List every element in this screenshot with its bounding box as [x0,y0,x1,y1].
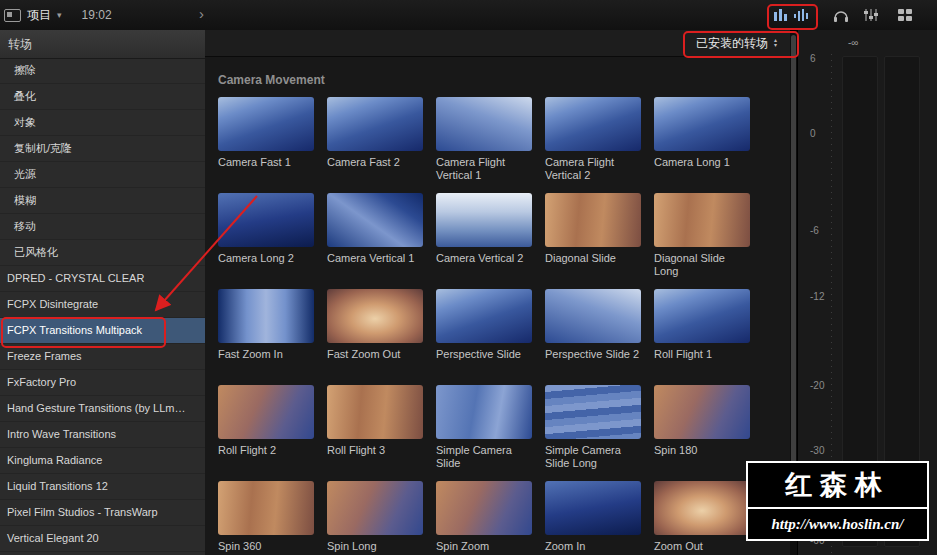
transition-label: Diagonal Slide Long [654,252,750,278]
transition-thumb-diagonal-slide-long[interactable] [654,193,750,247]
transitions-sidebar: 转场 擦除叠化对象复制机/克隆光源模糊移动已风格化DPRED - CRYSTAL… [0,30,206,555]
waveform-icon[interactable] [791,7,811,23]
transition-thumb-spin-360[interactable] [218,481,314,535]
sidebar-item-item-5[interactable]: 模糊 [0,188,205,214]
transition-thumb-camera-fast-1[interactable] [218,97,314,151]
transition-label: Camera Long 1 [654,156,750,169]
sidebar-item-fcpx-disintegrate[interactable]: FCPX Disintegrate [0,292,205,318]
sidebar-item-item-1[interactable]: 叠化 [0,84,205,110]
watermark: 红森林 http://www.hoslin.cn/ [746,461,929,541]
sidebar-item-dpred-crystal-clear[interactable]: DPRED - CRYSTAL CLEAR [0,266,205,292]
browser-header: 已安装的转场 ▴▾ [205,30,790,57]
transition-card: Fast Zoom In [218,289,314,385]
sidebar-item-item-6[interactable]: 移动 [0,214,205,240]
transition-thumb-diagonal-slide[interactable] [545,193,641,247]
transition-card: Spin 360 [218,481,314,555]
transition-card: Zoom In [545,481,641,555]
transition-card: Perspective Slide [436,289,532,385]
transition-thumb-fast-zoom-out[interactable] [327,289,423,343]
sidebar-item-item-2[interactable]: 对象 [0,110,205,136]
transition-thumb-zoom-out[interactable] [654,481,750,535]
sidebar-item-item-0[interactable]: 擦除 [0,58,205,84]
transition-card: Camera Long 2 [218,193,314,289]
transition-thumb-camera-flight-vertical-2[interactable] [545,97,641,151]
project-info[interactable]: 项目 ▾ 19:02 [4,0,112,30]
mixer-icon[interactable] [861,7,881,23]
transition-label: Camera Flight Vertical 1 [436,156,532,182]
audio-meters-icon[interactable] [770,7,790,23]
dropdown-label: 已安装的转场 [696,35,768,52]
sidebar-item-pixel-film-studios-transwarp[interactable]: Pixel Film Studios - TransWarp [0,500,205,526]
meter-scale-label: -20 [810,380,824,391]
transition-card: Spin Long [327,481,423,555]
meter-scale-label: -12 [810,291,824,302]
sidebar-item-label: FCPX Transitions Multipack [7,324,142,336]
sidebar-item-intro-wave-transitions[interactable]: Intro Wave Transitions [0,422,205,448]
sidebar-item-vertical-elegant-20[interactable]: Vertical Elegant 20 [0,526,205,552]
sidebar-item-fxfactory-pro[interactable]: FxFactory Pro [0,370,205,396]
timecode: 19:02 [82,8,112,22]
meter-scale-label: 6 [810,53,816,64]
transition-thumb-camera-fast-2[interactable] [327,97,423,151]
transition-label: Diagonal Slide [545,252,641,265]
installed-transitions-dropdown[interactable]: 已安装的转场 ▴▾ [689,33,784,53]
transition-thumb-camera-vertical-1[interactable] [327,193,423,247]
meter-scale-label: -6 [810,225,819,236]
sidebar-item-label: Freeze Frames [7,350,82,362]
meter-scale-label: 0 [810,128,816,139]
apps-icon[interactable] [895,7,915,23]
transition-label: Zoom Out [654,540,750,553]
transition-card: Spin 180 [654,385,750,481]
transition-thumb-roll-flight-3[interactable] [327,385,423,439]
transition-card: Simple Camera Slide Long [545,385,641,481]
transition-thumb-camera-long-1[interactable] [654,97,750,151]
transition-card: Fast Zoom Out [327,289,423,385]
sidebar-item-fcpx-transitions-multipack[interactable]: FCPX Transitions Multipack [0,318,205,344]
sidebar-item-label: 模糊 [14,194,36,206]
transition-thumb-zoom-in[interactable] [545,481,641,535]
sidebar-item-item-3[interactable]: 复制机/克隆 [0,136,205,162]
sidebar-item-item-7[interactable]: 已风格化 [0,240,205,266]
transition-thumb-simple-camera-slide[interactable] [436,385,532,439]
sidebar-item-label: Hand Gesture Transitions (by LLm… [7,402,186,414]
sidebar-item-label: Pixel Film Studios - TransWarp [7,506,158,518]
transition-thumb-spin-zoom[interactable] [436,481,532,535]
sidebar-item-label: Intro Wave Transitions [7,428,116,440]
sidebar-item-label: DPRED - CRYSTAL CLEAR [7,272,144,284]
disclosure-chevron-icon[interactable]: › [199,5,204,22]
transition-label: Camera Fast 1 [218,156,314,169]
headphones-icon[interactable] [831,7,851,23]
watermark-title: 红森林 [746,461,929,509]
transition-thumb-camera-vertical-2[interactable] [436,193,532,247]
meter-scale-label: -30 [810,445,824,456]
scrollbar-thumb[interactable] [791,35,796,475]
transition-thumb-spin-180[interactable] [654,385,750,439]
transition-thumb-camera-flight-vertical-1[interactable] [436,97,532,151]
transition-label: Spin Long [327,540,423,553]
sidebar-item-freeze-frames[interactable]: Freeze Frames [0,344,205,370]
transition-thumb-roll-flight-1[interactable] [654,289,750,343]
transition-thumb-roll-flight-2[interactable] [218,385,314,439]
transition-card: Simple Camera Slide [436,385,532,481]
transition-thumb-fast-zoom-in[interactable] [218,289,314,343]
transition-label: Spin 360 [218,540,314,553]
transition-thumb-perspective-slide-2[interactable] [545,289,641,343]
transition-label: Camera Vertical 1 [327,252,423,265]
sidebar-item-kingluma-radiance[interactable]: Kingluma Radiance [0,448,205,474]
transition-thumb-camera-long-2[interactable] [218,193,314,247]
transition-thumb-simple-camera-slide-long[interactable] [545,385,641,439]
project-label: 项目 [27,7,51,24]
transition-card: Camera Flight Vertical 2 [545,97,641,193]
sidebar-item-label: 移动 [14,220,36,232]
sidebar-item-hand-gesture-transitions-by-llm[interactable]: Hand Gesture Transitions (by LLm… [0,396,205,422]
transition-card: Roll Flight 3 [327,385,423,481]
transition-label: Zoom In [545,540,641,553]
transition-card: Perspective Slide 2 [545,289,641,385]
sidebar-item-item-4[interactable]: 光源 [0,162,205,188]
transition-label: Camera Fast 2 [327,156,423,169]
transition-thumb-perspective-slide[interactable] [436,289,532,343]
sidebar-item-liquid-transitions-12[interactable]: Liquid Transitions 12 [0,474,205,500]
transition-card: Camera Vertical 1 [327,193,423,289]
transition-label: Simple Camera Slide Long [545,444,641,470]
transition-thumb-spin-long[interactable] [327,481,423,535]
